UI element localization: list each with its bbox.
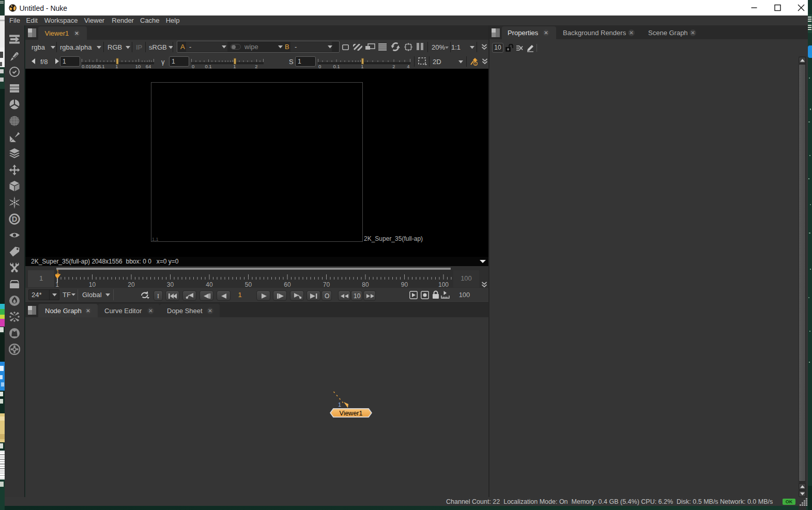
svg-text:40: 40: [206, 281, 213, 288]
svg-text:2: 2: [392, 64, 395, 68]
svg-text:1: 1: [115, 64, 118, 68]
svg-text:1: 1: [361, 64, 363, 68]
svg-text:64: 64: [146, 64, 151, 68]
svg-text:0: 0: [192, 64, 194, 68]
svg-text:1: 1: [56, 269, 59, 275]
svg-text:30: 30: [167, 281, 174, 288]
svg-text:20: 20: [128, 281, 135, 288]
svg-text:100: 100: [438, 281, 449, 288]
svg-text:D: D: [12, 215, 17, 223]
svg-text:0: 0: [318, 64, 321, 68]
svg-text:1: 1: [233, 64, 236, 68]
svg-text:80: 80: [362, 281, 369, 288]
svg-text:70: 70: [323, 281, 330, 288]
svg-text:90: 90: [401, 281, 408, 288]
svg-text:0.1: 0.1: [333, 64, 340, 68]
svg-text:Viewer1: Viewer1: [340, 410, 363, 417]
svg-text:1: 1: [338, 401, 341, 408]
svg-text:10: 10: [135, 64, 141, 68]
svg-text:50: 50: [245, 281, 252, 288]
svg-text:4: 4: [407, 64, 409, 68]
svg-text:0.015625.1: 0.015625.1: [82, 64, 105, 68]
svg-text:i: i: [475, 62, 476, 66]
svg-text:2: 2: [255, 64, 257, 68]
svg-text:60: 60: [284, 281, 291, 288]
svg-text:0.1: 0.1: [205, 64, 211, 68]
svg-text:10: 10: [89, 281, 96, 288]
